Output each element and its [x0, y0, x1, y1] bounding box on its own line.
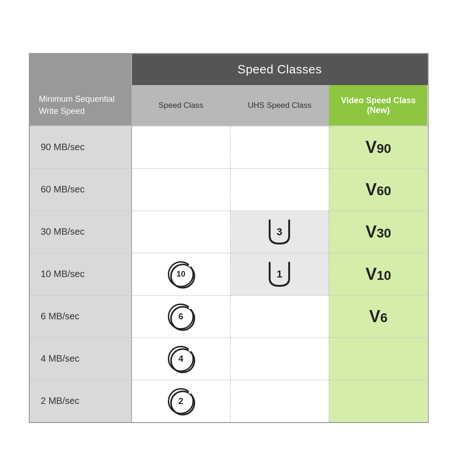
- header-row: Speed Classes: [30, 54, 428, 85]
- speed-class-table: Speed Classes Minimum Sequential Write S…: [29, 53, 429, 423]
- subheader-label: Minimum Sequential Write Speed: [39, 93, 122, 117]
- video-class-cell: [329, 380, 427, 422]
- speed-value: 90 MB/sec: [30, 126, 132, 168]
- header-title: Speed Classes: [238, 62, 322, 77]
- speed-value: 60 MB/sec: [30, 169, 132, 211]
- header-label-cell: [30, 54, 132, 85]
- uhs-class-cell: [231, 338, 329, 380]
- header-title-cell: Speed Classes: [132, 54, 428, 85]
- video-class-cell: V90: [329, 126, 427, 168]
- video-class-cell: V60: [329, 169, 427, 211]
- table-row: 4 MB/sec 4: [30, 337, 428, 380]
- uhs-class-cell: 1: [231, 253, 329, 295]
- uhs-class-cell: 3: [231, 211, 329, 253]
- speed-value: 10 MB/sec: [30, 253, 132, 295]
- speed-class-cell: 4: [132, 338, 231, 380]
- uhs-class-cell: [231, 169, 329, 211]
- subheader-video: Video Speed Class (New): [329, 85, 427, 125]
- table-row: 60 MB/secV60: [30, 168, 428, 211]
- table-row: 10 MB/sec 10 1 V10: [30, 253, 428, 295]
- uhs-class-cell: [231, 126, 329, 168]
- speed-class-cell: [132, 126, 231, 168]
- svg-line-4: [189, 264, 193, 266]
- video-class-cell: V10: [329, 253, 427, 295]
- subheader-uhs: UHS Speed Class: [231, 85, 329, 125]
- svg-text:3: 3: [277, 226, 282, 238]
- speed-value: 4 MB/sec: [30, 338, 132, 380]
- svg-line-13: [189, 390, 193, 393]
- speed-class-cell: 10: [132, 253, 231, 295]
- subheader-speed-class: Speed Class: [132, 85, 231, 125]
- svg-text:1: 1: [277, 268, 282, 280]
- speed-class-cell: [132, 169, 231, 211]
- video-class-cell: [329, 338, 427, 380]
- svg-line-9: [189, 306, 193, 309]
- uhs-class-cell: [231, 380, 329, 422]
- table-row: 2 MB/sec 2: [30, 380, 428, 422]
- subheader-row: Minimum Sequential Write Speed Speed Cla…: [30, 85, 428, 126]
- video-class-cell: V30: [329, 211, 427, 253]
- speed-class-cell: [132, 211, 231, 253]
- uhs-class-cell: [231, 296, 329, 337]
- speed-value: 2 MB/sec: [30, 380, 132, 422]
- table-row: 90 MB/secV90: [30, 126, 428, 168]
- speed-value: 30 MB/sec: [30, 211, 132, 253]
- table-row: 30 MB/sec 3 V30: [30, 211, 428, 253]
- data-rows-container: 90 MB/secV9060 MB/secV6030 MB/sec 3 V301…: [30, 126, 428, 422]
- subheader-label-cell: Minimum Sequential Write Speed: [30, 85, 132, 125]
- speed-value: 6 MB/sec: [30, 296, 132, 337]
- svg-line-11: [189, 348, 193, 351]
- table-row: 6 MB/sec 6 V6: [30, 295, 428, 337]
- video-class-cell: V6: [329, 296, 427, 337]
- speed-class-cell: 2: [132, 380, 231, 422]
- speed-class-cell: 6: [132, 296, 231, 337]
